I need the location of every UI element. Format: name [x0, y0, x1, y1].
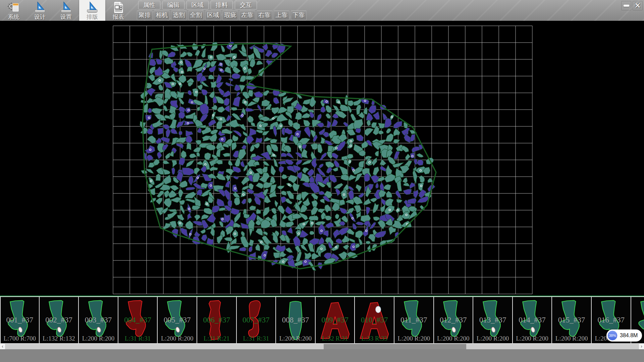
application-window: 系统设计设置排版报表 属性编辑区域排料交互 聚排相机选割全割区域瑕疵左靠右靠上靠…	[0, 0, 644, 362]
piece-count-label: L:200 R:200	[473, 335, 512, 342]
tool-button-8[interactable]: 右靠	[257, 10, 272, 20]
tool-button-2[interactable]: 相机	[154, 10, 170, 20]
piece-id-label: 002_#37	[40, 316, 78, 324]
app-button-report[interactable]: 报表	[105, 0, 131, 21]
tool-button-9[interactable]: 上靠	[274, 10, 289, 20]
set-square-icon	[59, 1, 73, 14]
window-controls: ✕	[621, 1, 643, 10]
piece-thumbnail-012_#37[interactable]: 012_#37L:200 R:200	[434, 297, 474, 343]
close-button[interactable]: ✕	[633, 1, 643, 10]
status-bar	[0, 349, 644, 362]
piece-id-label: 008_#37	[276, 316, 315, 324]
piece-thumbnail-003_#37[interactable]: 003_#37L:200 R:200	[79, 297, 118, 343]
tool-button-7[interactable]: 左靠	[239, 10, 255, 20]
scroll-right-arrow[interactable]: ›	[639, 344, 644, 349]
piece-thumbnail-004_#37[interactable]: 004_#37L:31 R:31	[118, 297, 158, 343]
piece-count-label: L:200 R:200	[513, 335, 552, 342]
app-button-label: 报表	[113, 14, 124, 20]
set-square-icon	[33, 1, 47, 14]
scrollbar-thumb[interactable]	[324, 344, 466, 349]
piece-id-label: 014_#37	[513, 316, 552, 324]
nesting-canvas[interactable]	[0, 21, 644, 296]
piece-count-label: L:32 R:31	[316, 335, 355, 342]
piece-id-label: 006_#37	[197, 316, 236, 324]
app-button-label: 设置	[60, 14, 72, 20]
tool-button-1[interactable]: 聚排	[137, 10, 153, 20]
memory-progress-badge: 38% 384.8M	[606, 329, 642, 342]
piece-count-label: L:200 R:200	[394, 335, 433, 342]
report-document-icon	[112, 1, 125, 14]
piece-count-label: L:200 R:200	[434, 335, 473, 342]
piece-count-label: L:132 R:132	[40, 335, 78, 342]
piece-thumbnail-007_#37[interactable]: 007_#37L:31 R:31	[237, 297, 276, 343]
piece-count-label: L:200 R:200	[552, 335, 591, 342]
minimize-button[interactable]	[621, 1, 631, 10]
horizontal-scrollbar[interactable]: ‹ ›	[0, 344, 644, 349]
piece-thumbnail-014_#37[interactable]: 014_#37L:200 R:200	[513, 297, 552, 343]
piece-id-label: 001_#37	[1, 316, 39, 324]
app-button-label: 设计	[34, 14, 46, 20]
set-square-icon	[86, 1, 99, 14]
menu-item-1[interactable]: 属性	[138, 1, 160, 9]
app-button-label: 排版	[87, 14, 98, 20]
piece-count-label: L:200 R:200	[79, 335, 118, 342]
menu-item-3[interactable]: 区域	[186, 1, 209, 9]
piece-id-label: 003_#37	[79, 316, 118, 324]
piece-id-label: 007_#37	[237, 316, 276, 324]
app-button-design[interactable]: 设计	[27, 0, 53, 21]
piece-thumbnail-list: 001_#37L:700 R:700002_#37L:132 R:132003_…	[0, 296, 644, 344]
piece-thumbnail-005_#37[interactable]: 005_#37L:200 R:200	[158, 297, 197, 343]
piece-id-label: 013_#37	[473, 316, 512, 324]
piece-id-label: 015_#37	[552, 316, 591, 324]
main-toolbar: 系统设计设置排版报表 属性编辑区域排料交互 聚排相机选割全割区域瑕疵左靠右靠上靠…	[0, 0, 644, 21]
piece-thumbnail-009_#37[interactable]: 009_#37L:32 R:31	[316, 297, 355, 343]
memory-usage-value: 384.8M	[620, 333, 638, 339]
piece-count-label: L:31 R:31	[118, 335, 157, 342]
minimize-icon	[624, 5, 629, 7]
piece-id-label: 004_#37	[118, 316, 157, 324]
piece-id-label: 016_#37	[592, 316, 631, 324]
piece-id-label: 010_#37	[355, 316, 394, 324]
piece-count-label: L:200 R:200	[158, 335, 197, 342]
piece-thumbnail-011_#37[interactable]: 011_#37L:200 R:200	[394, 297, 434, 343]
piece-id-label: 011_#37	[394, 316, 433, 324]
piece-thumbnail-015_#37[interactable]: 015_#37L:200 R:200	[552, 297, 592, 343]
app-button-label: 系统	[8, 14, 19, 20]
app-button-system[interactable]: 系统	[1, 0, 27, 21]
tool-button-10[interactable]: 下靠	[291, 10, 307, 20]
menu-item-5[interactable]: 交互	[235, 1, 257, 9]
tool-button-5[interactable]: 区域	[205, 10, 221, 20]
scroll-left-arrow[interactable]: ‹	[0, 344, 5, 349]
piece-thumbnail-010_#37[interactable]: 010_#37L:33 R:33	[355, 297, 394, 343]
progress-circle: 38%	[607, 330, 618, 341]
tool-button-3[interactable]: 选割	[171, 10, 187, 20]
system-gear-icon	[7, 1, 20, 14]
canvas-svg	[0, 21, 644, 296]
piece-count-label: L:31 R:31	[237, 335, 276, 342]
tool-button-4[interactable]: 全割	[188, 10, 204, 20]
piece-thumbnail-001_#37[interactable]: 001_#37L:700 R:700	[0, 297, 40, 343]
app-button-setup[interactable]: 设置	[53, 0, 79, 21]
piece-thumbnail-006_#37[interactable]: 006_#37L:21 R:21	[197, 297, 237, 343]
app-mode-buttons: 系统设计设置排版报表	[1, 0, 131, 21]
piece-thumbnail-002_#37[interactable]: 002_#37L:132 R:132	[40, 297, 79, 343]
piece-count-label: L:21 R:21	[197, 335, 236, 342]
piece-count-label: L:200 R:200	[276, 335, 315, 342]
piece-id-label: 012_#37	[434, 316, 473, 324]
piece-thumbnail-008_#37[interactable]: 008_#37L:200 R:200	[276, 297, 316, 343]
piece-count-label: L:33 R:33	[355, 335, 394, 342]
close-icon: ✕	[635, 1, 641, 10]
piece-id-label: 005_#37	[158, 316, 197, 324]
menu-item-2[interactable]: 编辑	[162, 1, 184, 9]
tool-button-6[interactable]: 瑕疵	[222, 10, 238, 20]
piece-id-label: 0	[631, 316, 644, 324]
piece-strip: 001_#37L:700 R:700002_#37L:132 R:132003_…	[0, 296, 644, 344]
piece-count-label: L:700 R:700	[1, 335, 39, 342]
app-button-nesting[interactable]: 排版	[79, 0, 105, 21]
piece-thumbnail-013_#37[interactable]: 013_#37L:200 R:200	[473, 297, 513, 343]
tool-button-row: 聚排相机选割全割区域瑕疵左靠右靠上靠下靠	[137, 10, 307, 20]
menu-bar: 属性编辑区域排料交互	[138, 1, 257, 9]
piece-id-label: 009_#37	[316, 316, 355, 324]
menu-item-4[interactable]: 排料	[211, 1, 233, 9]
